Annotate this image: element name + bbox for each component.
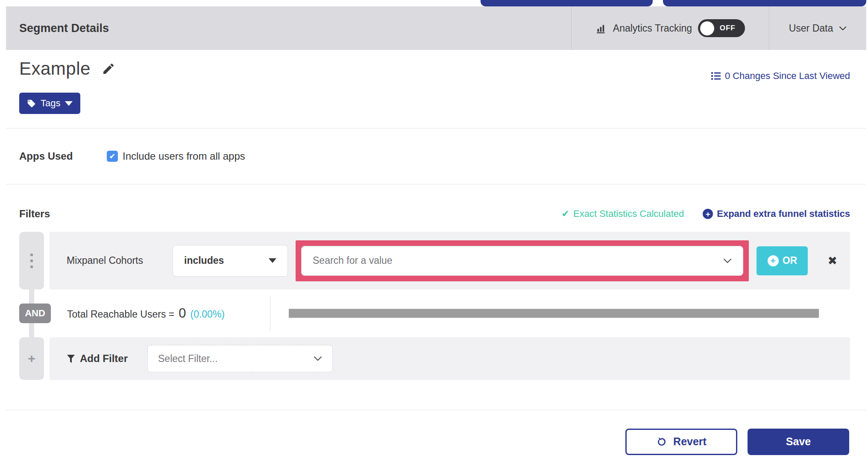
chevron-down-icon (314, 356, 322, 361)
caret-down-icon (65, 101, 73, 106)
toggle-state-label: OFF (714, 24, 741, 32)
tags-button-label: Tags (41, 98, 60, 109)
check-icon: ✔ (109, 152, 115, 161)
tags-button[interactable]: Tags (19, 93, 80, 114)
filters-header: Filters ✔ Exact Statistics Calculated + … (19, 208, 850, 220)
user-data-dropdown[interactable]: User Data (769, 6, 866, 50)
toggle-knob (700, 21, 714, 35)
caret-down-icon (269, 258, 276, 263)
revert-button[interactable]: Revert (625, 429, 737, 455)
filters-section: Filters ✔ Exact Statistics Calculated + … (6, 184, 866, 410)
chevron-down-icon (839, 26, 847, 31)
exact-statistics-status: ✔ Exact Statistics Calculated (562, 208, 684, 219)
segment-name-section: 0 Changes Since Last Viewed Example Tags (6, 50, 866, 128)
operator-value: includes (184, 255, 224, 266)
bar-chart-icon (595, 23, 607, 34)
segment-name: Example (19, 58, 91, 79)
and-badge: AND (19, 304, 51, 323)
add-filter-label: Add Filter (80, 353, 128, 365)
value-search-placeholder: Search for a value (313, 255, 393, 266)
total-reachable-users: Total Reachable Users = 0 (0.00%) (67, 306, 225, 321)
exact-statistics-label: Exact Statistics Calculated (573, 208, 684, 219)
drag-handle-icon[interactable] (19, 232, 44, 289)
edit-pencil-icon[interactable] (102, 62, 115, 76)
funnel-icon (67, 354, 75, 363)
footer-actions: Revert Save (6, 410, 866, 473)
select-filter-dropdown[interactable]: Select Filter... (147, 345, 333, 372)
analytics-tracking-toggle[interactable]: OFF (698, 19, 745, 37)
expand-funnel-statistics-link[interactable]: + Expand extra funnel statistics (703, 208, 850, 219)
filter-row-card: Mixpanel Cohorts includes Search for a v… (50, 232, 850, 289)
user-data-label: User Data (789, 23, 833, 34)
filter-row: Mixpanel Cohorts includes Search for a v… (19, 232, 850, 289)
analytics-tracking-label: Analytics Tracking (613, 23, 692, 34)
plus-circle-icon: + (768, 255, 779, 266)
filters-title: Filters (19, 208, 562, 220)
main-frame: Segment Details Analytics Tracking OFF (6, 6, 866, 473)
reachable-label: Total Reachable Users = (67, 309, 174, 320)
select-filter-placeholder: Select Filter... (158, 353, 217, 365)
reachable-percent: (0.00%) (190, 309, 225, 320)
filter-grid: Mixpanel Cohorts includes Search for a v… (19, 232, 850, 380)
remove-filter-icon[interactable]: ✖ (827, 254, 837, 268)
include-all-apps-checkbox[interactable]: ✔ (107, 151, 118, 162)
changes-since-last-viewed-link[interactable]: 0 Changes Since Last Viewed (711, 70, 850, 82)
segment-details-page: Segment Details Analytics Tracking OFF (0, 0, 868, 473)
page-title: Segment Details (6, 6, 571, 50)
or-button-label: OR (783, 255, 798, 266)
highlight-annotation-box: Search for a value (296, 240, 749, 281)
analytics-tracking-group: Analytics Tracking OFF (572, 6, 769, 50)
save-button[interactable]: Save (748, 429, 849, 455)
filter-name-label: Mixpanel Cohorts (67, 255, 173, 266)
change-list-icon (711, 71, 721, 81)
apps-used-section: Apps Used ✔ Include users from all apps (6, 128, 866, 184)
operator-select[interactable]: includes (173, 245, 288, 277)
value-search-select[interactable]: Search for a value (301, 246, 743, 276)
revert-arrow-icon (656, 436, 667, 447)
add-filter-card: Add Filter Select Filter... (50, 337, 850, 380)
apps-used-label: Apps Used (19, 150, 107, 162)
add-or-condition-button[interactable]: + OR (757, 246, 808, 275)
add-filter-row: + Add Filter Select Filter... (19, 337, 850, 380)
include-all-apps-label: Include users from all apps (123, 150, 245, 162)
save-button-label: Save (786, 435, 811, 448)
expand-funnel-statistics-label: Expand extra funnel statistics (717, 208, 850, 219)
header-bar: Segment Details Analytics Tracking OFF (6, 6, 866, 50)
chevron-down-icon (723, 258, 732, 263)
add-row-plus-icon[interactable]: + (19, 337, 44, 380)
check-icon: ✔ (562, 208, 569, 219)
tag-icon (27, 99, 36, 108)
reachable-users-row: AND Total Reachable Users = 0 (0.00%) (19, 289, 850, 337)
changes-link-label: 0 Changes Since Last Viewed (725, 70, 850, 82)
top-button-edge-right (663, 0, 866, 6)
top-button-edge-left (481, 0, 653, 6)
reachable-value: 0 (179, 306, 186, 321)
reachable-progress-bar (289, 309, 819, 318)
plus-circle-icon: + (703, 209, 713, 219)
add-filter-group: Add Filter (67, 353, 128, 365)
revert-button-label: Revert (673, 435, 707, 448)
vertical-divider (270, 295, 270, 331)
